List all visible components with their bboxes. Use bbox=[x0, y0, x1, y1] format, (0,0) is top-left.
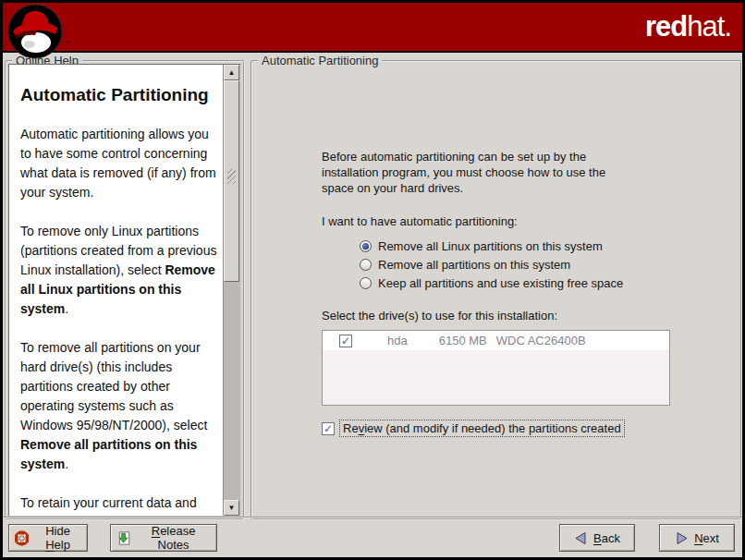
help-paragraph: Automatic partitioning allows you to hav… bbox=[20, 125, 218, 202]
radio-option[interactable]: Remove all Linux partitions on this syst… bbox=[360, 237, 623, 255]
radio-option-label[interactable]: Remove all partitions on this system bbox=[378, 258, 570, 272]
radio-group: Remove all Linux partitions on this syst… bbox=[360, 237, 623, 292]
automatic-partitioning-frame: Automatic Partitioning Before automatic … bbox=[250, 60, 742, 520]
hide-help-label: Hide Help bbox=[34, 524, 81, 552]
release-notes-button[interactable]: Release Notes bbox=[110, 524, 217, 552]
scroll-up-icon: ▲ bbox=[228, 68, 236, 77]
scroll-down-icon: ▼ bbox=[228, 504, 236, 512]
help-scrollbar[interactable]: ▲ ▼ bbox=[223, 65, 240, 516]
radio-option[interactable]: Keep all partitions and use existing fre… bbox=[360, 274, 623, 292]
life-preserver-icon bbox=[15, 530, 29, 546]
radio-option-label[interactable]: Remove all Linux partitions on this syst… bbox=[378, 239, 603, 253]
drive-checkbox[interactable]: ✓ bbox=[339, 335, 352, 347]
back-label: Back bbox=[593, 531, 620, 545]
review-checkbox-label[interactable]: Review (and modify if needed) the partit… bbox=[339, 420, 625, 437]
radio-option-label[interactable]: Keep all partitions and use existing fre… bbox=[378, 276, 623, 290]
help-paragraphs: Automatic partitioning allows you to hav… bbox=[20, 125, 218, 513]
drive-device: hda bbox=[387, 334, 408, 347]
radio-option[interactable]: Remove all partitions on this system bbox=[360, 255, 623, 274]
scrollbar-grip bbox=[227, 169, 236, 184]
radio-unselected-icon[interactable] bbox=[360, 277, 372, 289]
hide-help-button[interactable]: Hide Help bbox=[8, 524, 88, 552]
release-notes-icon bbox=[116, 530, 130, 546]
help-content: Automatic Partitioning Automatic partiti… bbox=[9, 65, 224, 516]
help-text-box: Automatic Partitioning Automatic partiti… bbox=[8, 64, 241, 517]
review-checkbox-row[interactable]: ✓ Review (and modify if needed) the part… bbox=[322, 420, 625, 437]
next-label: Next bbox=[694, 531, 719, 545]
redhat-shadowman-logo-icon bbox=[7, 4, 63, 59]
scrollbar-thumb[interactable] bbox=[224, 80, 239, 282]
main-frame-label: Automatic Partitioning bbox=[258, 54, 382, 67]
back-arrow-icon bbox=[574, 531, 588, 545]
drive-table[interactable]: ✓hda6150 MBWDC AC26400B bbox=[322, 330, 670, 406]
review-checkbox[interactable]: ✓ bbox=[322, 422, 335, 435]
drives-label: Select the drive(s) to use for this inst… bbox=[322, 308, 557, 323]
installer-window: ™ redhat. Online Help Automatic Partitio… bbox=[3, 3, 742, 557]
intro-paragraph: Before automatic partitioning can be set… bbox=[322, 149, 616, 196]
help-paragraph: To remove all partitions on your hard dr… bbox=[20, 338, 218, 474]
next-arrow-icon bbox=[675, 531, 689, 545]
back-button[interactable]: Back bbox=[559, 524, 635, 552]
radio-unselected-icon[interactable] bbox=[360, 259, 372, 271]
scroll-down-button[interactable]: ▼ bbox=[224, 500, 239, 516]
redhat-wordmark: redhat. bbox=[645, 10, 731, 43]
scroll-up-button[interactable]: ▲ bbox=[224, 65, 239, 80]
drive-model: WDC AC26400B bbox=[496, 334, 586, 347]
online-help-frame: Online Help Automatic Partitioning Autom… bbox=[5, 60, 245, 520]
header-bar: ™ redhat. bbox=[3, 3, 742, 53]
help-paragraph: To retain your current data and bbox=[20, 493, 218, 513]
question-label: I want to have automatic partitioning: bbox=[322, 213, 518, 229]
footer-bar: Hide Help Release Notes Back Next bbox=[3, 517, 742, 557]
help-title: Automatic Partitioning bbox=[20, 85, 218, 105]
radio-selected-icon[interactable] bbox=[360, 240, 372, 252]
drive-size: 6150 MB bbox=[439, 334, 487, 347]
release-notes-label: Release Notes bbox=[136, 524, 211, 552]
logo-trademark: ™ bbox=[64, 40, 70, 46]
help-paragraph: To remove only Linux partitions (partiti… bbox=[20, 222, 218, 319]
drive-row[interactable]: ✓hda6150 MBWDC AC26400B bbox=[323, 331, 669, 350]
next-button[interactable]: Next bbox=[659, 524, 735, 552]
